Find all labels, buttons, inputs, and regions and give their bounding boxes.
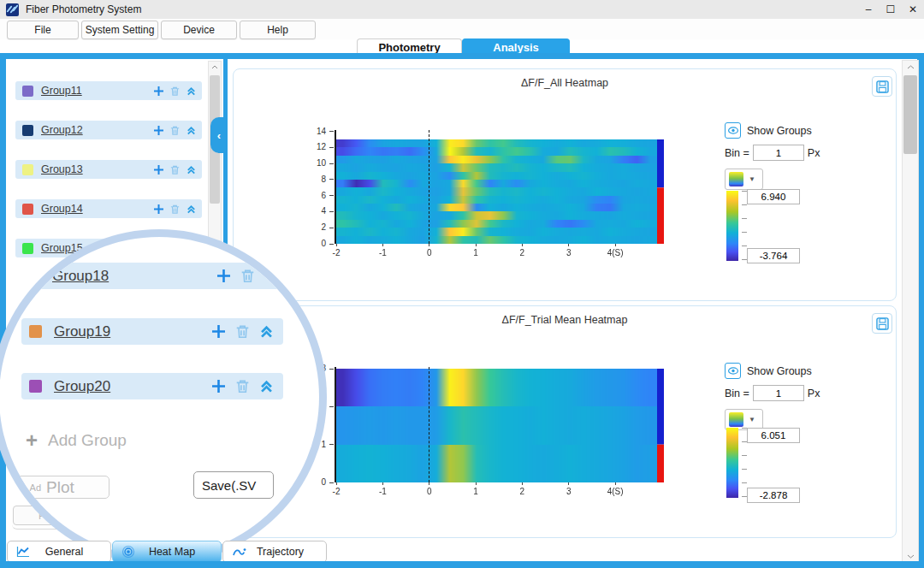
group-row[interactable]: Group18 <box>21 263 283 289</box>
scale-max-input[interactable] <box>747 428 800 443</box>
sidebar-collapse-handle[interactable]: ‹ <box>210 117 228 153</box>
group-color-swatch[interactable] <box>29 325 42 338</box>
group-color-swatch[interactable] <box>22 164 33 175</box>
group-name-link[interactable]: Group14 <box>41 203 83 215</box>
group-name-link[interactable]: Group13 <box>41 163 83 175</box>
maximize-button[interactable]: ☐ <box>880 0 902 19</box>
app-window: Fiber Photometry System – ☐ ✕ File Syste… <box>0 0 924 568</box>
group-row[interactable]: Group19 <box>21 318 283 345</box>
group-color-swatch[interactable] <box>22 86 33 97</box>
add-icon[interactable] <box>152 124 164 136</box>
collapse-up-icon[interactable] <box>258 323 275 340</box>
trash-icon[interactable] <box>169 203 181 215</box>
bin-input[interactable] <box>753 385 804 401</box>
menu-help[interactable]: Help <box>240 21 316 39</box>
menu-system-setting[interactable]: System Setting <box>81 21 158 39</box>
add-group-button[interactable]: + Add Group <box>26 431 127 450</box>
add-icon: + <box>20 481 27 494</box>
x-tick-label: -1 <box>369 248 396 257</box>
save-image-button[interactable] <box>872 76 892 97</box>
collapse-up-icon[interactable] <box>185 163 197 175</box>
floppy-icon <box>876 317 889 330</box>
add-icon[interactable] <box>152 85 164 97</box>
colorbar <box>726 428 738 498</box>
trash-icon[interactable] <box>169 163 181 175</box>
scale-min-input[interactable] <box>747 488 800 503</box>
minimize-button[interactable]: – <box>857 0 880 19</box>
colorbar <box>726 191 738 261</box>
trash-icon[interactable] <box>234 378 251 395</box>
heatmap-plot-all: 02468101214-2-101234(S) <box>234 69 896 300</box>
save-image-button[interactable] <box>872 313 892 334</box>
collapse-up-icon[interactable] <box>185 85 197 97</box>
x-tick-mark <box>382 482 383 485</box>
x-tick-label: 4(S) <box>601 487 629 496</box>
trash-icon[interactable] <box>169 124 181 136</box>
bin-input[interactable] <box>753 145 804 161</box>
show-groups-toggle[interactable] <box>725 363 741 379</box>
group-row[interactable]: Group14 <box>15 199 202 218</box>
trash-icon[interactable] <box>234 323 251 340</box>
add-icon[interactable] <box>152 163 164 175</box>
y-tick-mark <box>329 228 334 228</box>
group-row[interactable]: Group13 <box>15 160 202 179</box>
collapse-up-icon[interactable] <box>185 203 197 215</box>
main-scrollbar[interactable] <box>902 60 919 563</box>
bin-label: Bin = <box>725 388 749 399</box>
group-row[interactable]: Group20 <box>21 373 283 399</box>
show-groups-toggle[interactable] <box>725 122 741 139</box>
chevron-down-icon: ▼ <box>749 416 755 423</box>
group-color-swatch[interactable] <box>22 243 33 254</box>
scale-min-input[interactable] <box>747 248 800 263</box>
heatmap-panel-all: 02468101214-2-101234(S) ΔF/F_All Heatmap… <box>233 68 897 301</box>
group-name-link[interactable]: Group18 <box>52 268 109 285</box>
scrollbar-thumb[interactable] <box>903 75 917 154</box>
add-icon[interactable] <box>210 323 227 340</box>
x-tick-label: 2 <box>508 487 536 496</box>
trajectory-icon <box>232 547 246 558</box>
trash-icon[interactable] <box>169 85 181 97</box>
line-chart-icon <box>16 546 30 558</box>
scale-max-input[interactable] <box>747 189 800 204</box>
colormap-dropdown[interactable]: ▼ <box>725 169 763 190</box>
y-tick-label: 10 <box>305 158 326 168</box>
add-icon[interactable] <box>152 203 164 215</box>
group-name-link[interactable]: Group11 <box>41 85 82 97</box>
bottom-tab-general[interactable]: General <box>7 541 111 563</box>
group-color-swatch[interactable] <box>22 125 33 136</box>
add-icon[interactable] <box>210 378 227 395</box>
bin-label: Bin = <box>725 147 749 159</box>
group-row[interactable]: Group11 <box>15 81 202 100</box>
group-color-swatch[interactable] <box>22 204 33 215</box>
collapse-up-icon[interactable] <box>185 124 197 136</box>
y-tick-mark <box>329 179 334 180</box>
group-color-swatch[interactable] <box>29 380 42 393</box>
y-tick-label: 2 <box>305 222 326 232</box>
menu-device[interactable]: Device <box>161 21 237 39</box>
scroll-up-icon[interactable] <box>209 62 221 72</box>
bottom-tab-heat-map[interactable]: Heat Map <box>112 541 222 563</box>
group-name-link[interactable]: Group19 <box>54 323 110 340</box>
y-tick-label: 4 <box>305 206 326 216</box>
y-tick-mark <box>329 163 334 164</box>
floppy-icon <box>876 80 889 93</box>
group-name-link[interactable]: Group20 <box>54 378 110 395</box>
add-icon[interactable] <box>215 268 232 285</box>
group-name-link[interactable]: Group12 <box>41 124 83 136</box>
save-svg-button[interactable]: Save(.SV <box>193 471 274 499</box>
x-tick-mark <box>522 244 523 246</box>
scroll-up-icon[interactable] <box>903 62 918 72</box>
x-tick-mark <box>336 244 337 246</box>
x-tick-label: -2 <box>323 487 350 496</box>
close-button[interactable]: ✕ <box>902 0 924 19</box>
panel-title: ΔF/F_Trial Mean Heatmap <box>234 314 896 326</box>
heatmap-canvas <box>336 139 664 244</box>
bottom-tab-trajectory[interactable]: Trajectory <box>222 541 327 563</box>
trash-icon[interactable] <box>239 268 256 285</box>
add-plot-button[interactable]: + Ad Plot <box>15 476 110 499</box>
menu-file[interactable]: File <box>7 21 79 39</box>
scroll-down-icon[interactable] <box>903 551 918 561</box>
group-row[interactable]: Group12 <box>15 121 202 139</box>
collapse-up-icon[interactable] <box>258 378 275 395</box>
y-tick-mark <box>329 147 334 148</box>
